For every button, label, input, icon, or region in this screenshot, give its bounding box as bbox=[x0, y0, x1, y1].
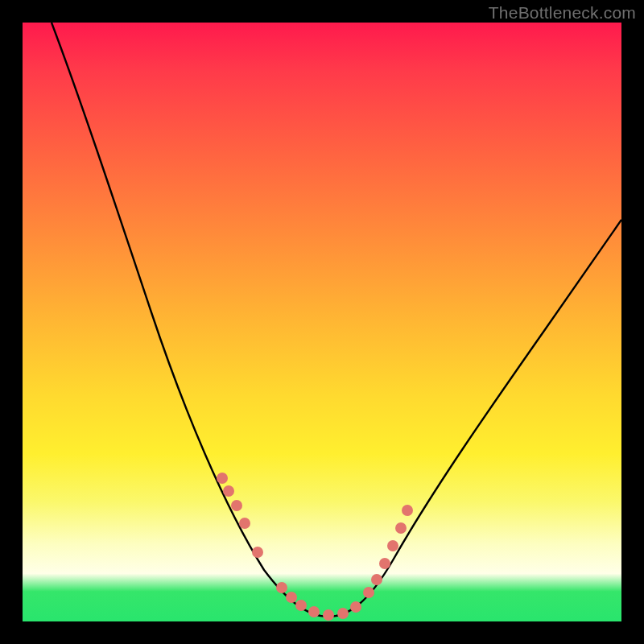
svg-point-17 bbox=[402, 505, 413, 516]
watermark-text: TheBottleneck.com bbox=[489, 3, 636, 23]
svg-point-7 bbox=[295, 600, 307, 611]
svg-point-9 bbox=[323, 609, 334, 621]
bottleneck-curve bbox=[23, 23, 621, 621]
plot-area bbox=[23, 23, 621, 621]
svg-point-10 bbox=[337, 608, 349, 619]
svg-point-12 bbox=[363, 587, 374, 598]
svg-point-3 bbox=[239, 518, 250, 529]
svg-point-14 bbox=[379, 558, 390, 569]
svg-point-11 bbox=[350, 601, 361, 613]
chart-frame: TheBottleneck.com bbox=[0, 0, 644, 644]
svg-point-0 bbox=[217, 473, 228, 484]
svg-point-2 bbox=[231, 500, 242, 511]
svg-point-5 bbox=[276, 582, 287, 593]
svg-point-13 bbox=[371, 574, 382, 585]
svg-point-4 bbox=[252, 547, 263, 558]
svg-point-15 bbox=[387, 540, 398, 551]
svg-point-8 bbox=[308, 606, 320, 617]
svg-point-16 bbox=[395, 522, 407, 534]
marker-dots bbox=[217, 473, 413, 621]
svg-point-1 bbox=[223, 485, 234, 497]
curve-path bbox=[52, 23, 621, 617]
svg-point-6 bbox=[286, 592, 297, 603]
